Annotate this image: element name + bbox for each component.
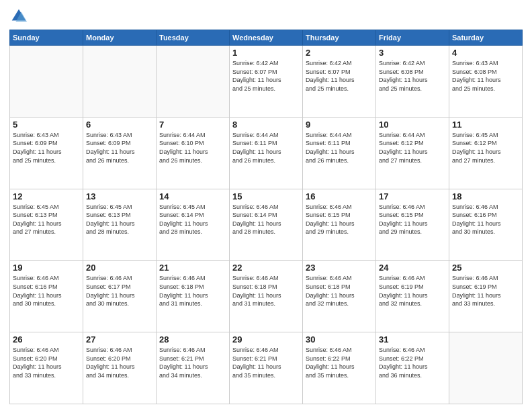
calendar-cell: 5Sunrise: 6:43 AM Sunset: 6:09 PM Daylig… [10,117,83,189]
calendar-cell: 31Sunrise: 6:46 AM Sunset: 6:22 PM Dayli… [376,332,449,404]
calendar-cell: 27Sunrise: 6:46 AM Sunset: 6:20 PM Dayli… [83,332,157,404]
day-info: Sunrise: 6:46 AM Sunset: 6:21 PM Dayligh… [159,346,226,379]
calendar-week-row: 19Sunrise: 6:46 AM Sunset: 6:16 PM Dayli… [10,261,523,332]
calendar-cell: 14Sunrise: 6:45 AM Sunset: 6:14 PM Dayli… [157,189,230,261]
day-number: 30 [306,334,373,345]
day-info: Sunrise: 6:46 AM Sunset: 6:19 PM Dayligh… [452,274,519,308]
day-number: 28 [159,334,226,345]
calendar-cell: 21Sunrise: 6:46 AM Sunset: 6:18 PM Dayli… [157,261,230,332]
day-number: 6 [86,120,153,130]
calendar-cell: 7Sunrise: 6:44 AM Sunset: 6:10 PM Daylig… [157,117,230,189]
day-info: Sunrise: 6:46 AM Sunset: 6:22 PM Dayligh… [306,346,373,379]
calendar-cell: 18Sunrise: 6:46 AM Sunset: 6:16 PM Dayli… [449,189,523,261]
day-number: 5 [13,120,80,130]
day-number: 13 [86,191,153,201]
day-info: Sunrise: 6:46 AM Sunset: 6:16 PM Dayligh… [13,274,80,308]
day-number: 31 [379,334,446,345]
calendar-cell: 23Sunrise: 6:46 AM Sunset: 6:18 PM Dayli… [303,261,376,332]
day-number: 21 [159,263,226,273]
calendar-cell: 17Sunrise: 6:46 AM Sunset: 6:15 PM Dayli… [376,189,449,261]
calendar-cell: 3Sunrise: 6:42 AM Sunset: 6:08 PM Daylig… [376,46,449,118]
calendar-cell: 29Sunrise: 6:46 AM Sunset: 6:21 PM Dayli… [230,332,303,404]
day-info: Sunrise: 6:46 AM Sunset: 6:15 PM Dayligh… [306,203,373,236]
calendar-cell [157,46,230,118]
day-number: 17 [379,191,446,201]
calendar-cell: 12Sunrise: 6:45 AM Sunset: 6:13 PM Dayli… [10,189,83,261]
header-monday: Monday [83,30,157,46]
day-info: Sunrise: 6:44 AM Sunset: 6:11 PM Dayligh… [306,131,373,165]
day-info: Sunrise: 6:46 AM Sunset: 6:19 PM Dayligh… [379,274,446,308]
calendar-cell [449,332,523,404]
calendar-cell: 11Sunrise: 6:45 AM Sunset: 6:12 PM Dayli… [449,117,523,189]
calendar-cell: 20Sunrise: 6:46 AM Sunset: 6:17 PM Dayli… [83,261,157,332]
header-tuesday: Tuesday [157,30,230,46]
calendar-cell: 26Sunrise: 6:46 AM Sunset: 6:20 PM Dayli… [10,332,83,404]
day-number: 9 [306,120,373,130]
day-number: 3 [379,48,446,58]
calendar-cell: 2Sunrise: 6:42 AM Sunset: 6:07 PM Daylig… [303,46,376,118]
calendar-cell: 10Sunrise: 6:44 AM Sunset: 6:12 PM Dayli… [376,117,449,189]
day-number: 22 [232,263,300,273]
calendar-cell: 13Sunrise: 6:45 AM Sunset: 6:13 PM Dayli… [83,189,157,261]
calendar-cell: 4Sunrise: 6:43 AM Sunset: 6:08 PM Daylig… [449,46,523,118]
day-number: 24 [379,263,446,273]
header [9,7,523,26]
day-number: 10 [379,120,446,130]
day-info: Sunrise: 6:42 AM Sunset: 6:07 PM Dayligh… [232,59,300,93]
day-number: 18 [452,191,519,201]
day-info: Sunrise: 6:46 AM Sunset: 6:14 PM Dayligh… [232,203,300,236]
day-number: 20 [86,263,153,273]
day-number: 25 [452,263,519,273]
calendar-table: Sunday Monday Tuesday Wednesday Thursday… [9,30,523,404]
calendar-cell: 1Sunrise: 6:42 AM Sunset: 6:07 PM Daylig… [230,46,303,118]
calendar-week-row: 5Sunrise: 6:43 AM Sunset: 6:09 PM Daylig… [10,117,523,189]
day-number: 2 [306,48,373,58]
day-info: Sunrise: 6:46 AM Sunset: 6:20 PM Dayligh… [86,346,153,379]
day-info: Sunrise: 6:43 AM Sunset: 6:09 PM Dayligh… [86,131,153,165]
day-info: Sunrise: 6:46 AM Sunset: 6:16 PM Dayligh… [452,203,519,236]
day-number: 12 [13,191,80,201]
day-info: Sunrise: 6:46 AM Sunset: 6:18 PM Dayligh… [306,274,373,308]
calendar-cell [83,46,157,118]
calendar-week-row: 1Sunrise: 6:42 AM Sunset: 6:07 PM Daylig… [10,46,523,118]
day-number: 8 [232,120,300,130]
header-thursday: Thursday [303,30,376,46]
day-info: Sunrise: 6:46 AM Sunset: 6:22 PM Dayligh… [379,346,446,379]
day-info: Sunrise: 6:45 AM Sunset: 6:13 PM Dayligh… [13,203,80,236]
day-info: Sunrise: 6:45 AM Sunset: 6:14 PM Dayligh… [159,203,226,236]
weekday-header-row: Sunday Monday Tuesday Wednesday Thursday… [10,30,523,46]
calendar-cell: 8Sunrise: 6:44 AM Sunset: 6:11 PM Daylig… [230,117,303,189]
calendar-cell: 9Sunrise: 6:44 AM Sunset: 6:11 PM Daylig… [303,117,376,189]
day-info: Sunrise: 6:44 AM Sunset: 6:12 PM Dayligh… [379,131,446,165]
calendar-cell: 6Sunrise: 6:43 AM Sunset: 6:09 PM Daylig… [83,117,157,189]
day-number: 23 [306,263,373,273]
day-number: 11 [452,120,519,130]
header-wednesday: Wednesday [230,30,303,46]
calendar-week-row: 26Sunrise: 6:46 AM Sunset: 6:20 PM Dayli… [10,332,523,404]
day-number: 27 [86,334,153,345]
calendar-cell: 24Sunrise: 6:46 AM Sunset: 6:19 PM Dayli… [376,261,449,332]
day-info: Sunrise: 6:46 AM Sunset: 6:15 PM Dayligh… [379,203,446,236]
logo-icon [9,7,28,26]
day-info: Sunrise: 6:42 AM Sunset: 6:07 PM Dayligh… [306,59,373,93]
calendar-week-row: 12Sunrise: 6:45 AM Sunset: 6:13 PM Dayli… [10,189,523,261]
day-number: 29 [232,334,300,345]
day-info: Sunrise: 6:45 AM Sunset: 6:12 PM Dayligh… [452,131,519,165]
day-info: Sunrise: 6:46 AM Sunset: 6:21 PM Dayligh… [232,346,300,379]
day-number: 4 [452,48,519,58]
day-info: Sunrise: 6:46 AM Sunset: 6:20 PM Dayligh… [13,346,80,379]
day-info: Sunrise: 6:46 AM Sunset: 6:18 PM Dayligh… [232,274,300,308]
day-info: Sunrise: 6:44 AM Sunset: 6:10 PM Dayligh… [159,131,226,165]
day-info: Sunrise: 6:44 AM Sunset: 6:11 PM Dayligh… [232,131,300,165]
page: Sunday Monday Tuesday Wednesday Thursday… [0,0,532,411]
day-number: 14 [159,191,226,201]
calendar-cell: 25Sunrise: 6:46 AM Sunset: 6:19 PM Dayli… [449,261,523,332]
calendar-cell: 30Sunrise: 6:46 AM Sunset: 6:22 PM Dayli… [303,332,376,404]
day-number: 19 [13,263,80,273]
day-info: Sunrise: 6:42 AM Sunset: 6:08 PM Dayligh… [379,59,446,93]
day-number: 1 [232,48,300,58]
day-number: 26 [13,334,80,345]
logo [9,7,31,26]
day-info: Sunrise: 6:43 AM Sunset: 6:09 PM Dayligh… [13,131,80,165]
header-friday: Friday [376,30,449,46]
